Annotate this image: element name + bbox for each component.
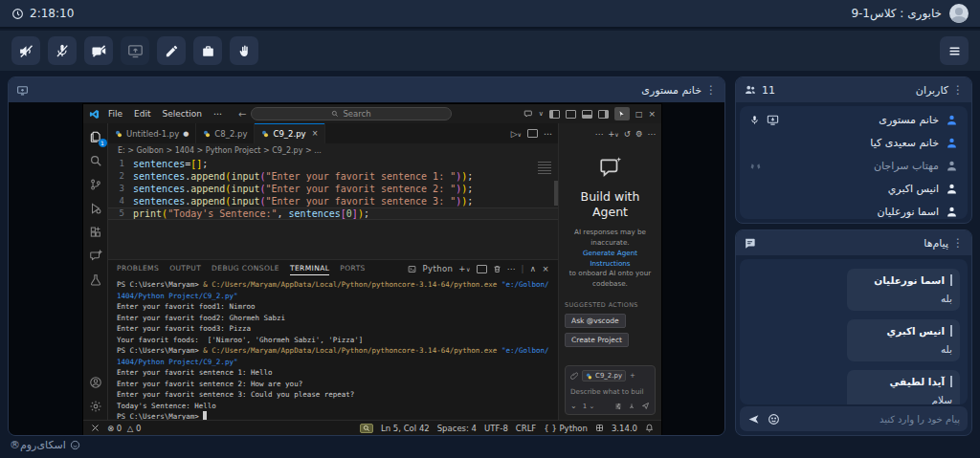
breadcrumb[interactable]: E: > Golbon > 1404 > Python Project > C9… [108, 143, 558, 158]
python-env-icon[interactable] [595, 424, 604, 432]
suggested-action-button[interactable]: Create Project [565, 333, 629, 347]
run-debug-icon[interactable] [88, 201, 103, 216]
code-editor[interactable]: 1sentences=[];2sentences.append(input("E… [108, 158, 558, 259]
cursor-position[interactable]: Ln 5, Col 42 [381, 424, 430, 433]
raise-hand-button[interactable] [230, 36, 258, 65]
errors-indicator[interactable]: ⊗ 0 △ 0 [107, 424, 141, 433]
avatar[interactable] [949, 4, 969, 23]
messages-kebab-icon[interactable]: ⋮ [954, 236, 964, 250]
voice-icon[interactable] [628, 403, 635, 410]
panel-more-icon[interactable]: ⋯ [507, 264, 516, 273]
camera-muted-button[interactable] [84, 36, 113, 65]
chat-input-placeholder[interactable]: Describe what to buil [570, 387, 650, 396]
split-terminal-icon[interactable] [477, 265, 487, 273]
user-row[interactable]: اسما نورعلیان [744, 200, 964, 219]
send-message-icon[interactable] [747, 413, 760, 425]
message-card[interactable]: انیس اکبري بله [847, 319, 960, 361]
layout-sidebar-icon[interactable] [549, 110, 560, 119]
person-icon [946, 160, 958, 172]
messages-header: ⋮ پیام‌ها [736, 230, 971, 255]
user-row[interactable]: خانم مستوری [744, 108, 964, 131]
explorer-icon[interactable]: 1 [88, 129, 103, 144]
menu-more[interactable]: ⋯ [209, 107, 227, 120]
file-share-button[interactable] [193, 36, 222, 65]
panel-tab-problems[interactable]: PROBLEMS [117, 264, 159, 274]
attach-icon[interactable] [570, 372, 578, 380]
user-row[interactable]: مهتاب سراجان [744, 154, 964, 177]
split-editor-right-icon[interactable] [527, 129, 538, 138]
menu-file[interactable]: File [103, 107, 127, 120]
new-terminal-icon[interactable]: +∨ [458, 264, 470, 273]
whiteboard-button[interactable] [157, 36, 186, 65]
indentation[interactable]: Spaces: 4 [437, 424, 477, 433]
close-tab-icon[interactable]: × [312, 129, 319, 138]
new-chat-icon[interactable]: +∨ [608, 129, 619, 139]
panel-tab-ports[interactable]: PORTS [340, 264, 365, 274]
chat-history-icon[interactable]: ↺ [624, 129, 631, 139]
language-mode[interactable]: { } Python [544, 424, 588, 433]
suggested-action-button[interactable]: Ask @vscode [565, 314, 626, 328]
python-version[interactable]: 3.14.0 [612, 424, 637, 433]
user-row[interactable]: انیس اکبري [744, 177, 964, 200]
speaker-muted-button[interactable] [11, 36, 40, 65]
editor-scrollbar[interactable] [554, 181, 558, 206]
menu-button[interactable] [940, 36, 969, 65]
screen-share-button[interactable] [121, 36, 149, 65]
layout-panel-icon[interactable] [582, 110, 592, 119]
source-control-icon[interactable] [88, 177, 103, 192]
message-card[interactable]: اسما نورعلیان بله [847, 269, 960, 311]
message-input[interactable]: پیام خود را وارد کنید [740, 406, 968, 431]
vscode-search-box[interactable]: Search [251, 107, 452, 120]
restore-window-icon[interactable]: □ [635, 110, 643, 119]
mode-dropdown-icon[interactable]: ⌄ [570, 402, 577, 410]
notifications-bell-icon[interactable] [645, 424, 654, 432]
mic-muted-button[interactable] [48, 36, 77, 65]
chat-sparkle-icon[interactable] [88, 249, 103, 264]
add-context-icon[interactable]: + [630, 372, 635, 380]
chat-more-icon[interactable]: ⋯ [595, 129, 604, 139]
close-panel-icon[interactable]: × [542, 264, 549, 273]
chat-generate-link[interactable]: Generate Agent Instructions [565, 249, 656, 270]
panel-tab-debug-console[interactable]: DEBUG CONSOLE [212, 264, 279, 274]
editor-tab[interactable]: C9_2.py × [255, 123, 325, 143]
chat-settings-icon[interactable]: ⚙ [635, 129, 643, 139]
users-kebab-icon[interactable]: ⋮ [954, 83, 964, 97]
screencast-search-icon[interactable] [360, 424, 373, 433]
model-dropdown[interactable]: 1 ⌄ [583, 403, 595, 410]
terminal-output[interactable]: PS C:\Users\Maryam> & C:/Users/Maryam/Ap… [108, 277, 558, 420]
tools-icon[interactable] [614, 403, 622, 410]
chat-input-box[interactable]: C9_2.py + Describe what to buil ⌄ 1 ⌄ [565, 365, 656, 415]
terminal-shell-label[interactable]: Python [422, 264, 453, 273]
editor-more-actions-icon[interactable]: ⋯ [544, 129, 552, 139]
kill-terminal-icon[interactable] [493, 265, 501, 273]
context-chip[interactable]: C9_2.py [582, 370, 626, 382]
stage-kebab-icon[interactable]: ⋮ [707, 83, 717, 97]
run-python-icon[interactable]: ▷∨ [511, 129, 522, 139]
menu-selection[interactable]: Selection [158, 107, 207, 120]
send-chat-icon[interactable] [641, 402, 650, 410]
eol[interactable]: CRLF [516, 424, 536, 433]
hovered-window-button[interactable] [614, 107, 630, 120]
encoding[interactable]: UTF-8 [484, 424, 508, 433]
panel-tab-terminal[interactable]: TERMINAL [290, 264, 329, 274]
layout-secondary-sidebar-icon[interactable] [598, 110, 609, 119]
extensions-icon[interactable] [88, 225, 103, 240]
menu-edit[interactable]: Edit [129, 107, 155, 120]
search-sidebar-icon[interactable] [88, 153, 103, 168]
user-name: انیس اکبري [888, 183, 939, 195]
user-row[interactable]: خانم سعیدی کیا [744, 131, 964, 154]
testing-beaker-icon[interactable] [88, 273, 103, 288]
editor-tab[interactable]: Untitled-1.py ● [108, 123, 196, 143]
maximize-panel-icon[interactable]: ∧ [530, 264, 537, 273]
close-window-icon[interactable]: × [648, 109, 656, 119]
chat-overflow-icon[interactable]: ⋯ [648, 129, 657, 139]
message-card[interactable]: آیدا لطیفي سلام [847, 370, 960, 404]
panel-tab-output[interactable]: OUTPUT [169, 264, 201, 274]
settings-gear-icon[interactable] [88, 399, 103, 414]
account-icon[interactable] [88, 375, 103, 390]
remote-indicator-icon[interactable] [91, 424, 100, 432]
emoji-icon[interactable] [768, 413, 780, 425]
split-editor-icon[interactable] [566, 110, 576, 119]
copilot-icon[interactable] [523, 109, 533, 119]
editor-tab[interactable]: C8_2.py [196, 123, 255, 143]
